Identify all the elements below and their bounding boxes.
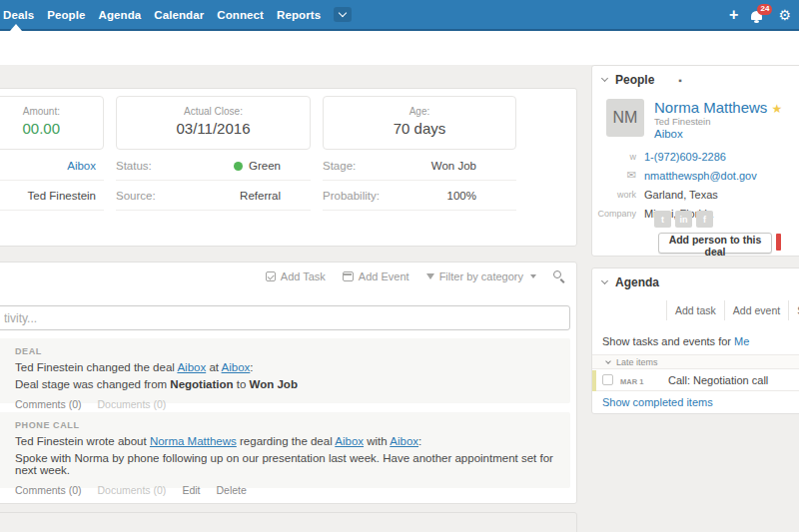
nav-right-icons: + 24 ⚙ [729,0,791,29]
activity-entry-deal: DEAL Ted Finestein changed the deal Aibo… [0,338,570,403]
entry-headline: Ted Finestein changed the deal Aibox at … [15,361,558,373]
show-tasks-for-text: Show tasks and events for Me [602,335,749,347]
nav-item-agenda[interactable]: Agenda [99,9,142,21]
notification-count-badge: 24 [757,4,772,15]
social-icons: t in f [654,211,713,228]
status-cell: Status: Green [116,151,311,181]
add-task-button[interactable]: Add Task [266,270,326,282]
stage-label: Stage: [323,160,356,172]
company-label: Company [592,209,644,219]
late-items-group[interactable]: Late items [592,354,799,369]
status-label: Status: [116,160,152,172]
deal-link[interactable]: Aibox [335,435,364,447]
agenda-actions: Add task Add event See all Tem [666,300,799,320]
stage-value: Won Job [431,160,476,172]
deal-summary-panel: Amount: 00.00 Actual Close: 03/11/2016 A… [0,88,577,247]
star-icon[interactable]: ★ [771,102,782,116]
facebook-icon[interactable]: f [696,211,713,228]
deal-link[interactable]: Aibox [177,361,206,373]
work-row: work Garland, Texas [592,185,799,204]
entry-type-label: PHONE CALL [15,420,558,430]
task-date: MAR 1 [620,377,643,386]
entry-body: Spoke with Norma by phone following up o… [15,452,558,476]
app-screen: Deals People Agenda Calendar Connect Rep… [0,0,799,532]
active-tab-caret [10,24,22,31]
me-filter-link[interactable]: Me [734,335,749,347]
phone-label: w [592,152,644,162]
email-link[interactable]: nmatthewsph@dot.gov [644,170,757,182]
entry-headline: Ted Finestein wrote about Norma Matthews… [15,435,558,447]
agenda-panel-header: Agenda [592,268,799,289]
age-card: Age: 70 days [323,96,516,150]
task-text[interactable]: Call: Negotiation call [668,374,768,386]
agenda-see-all-button[interactable]: See all [788,300,799,320]
work-label: work [592,190,644,200]
documents-link[interactable]: Documents (0) [98,398,167,410]
deal-company-link[interactable]: Aibox [67,160,96,172]
probability-cell: Probability: 100% [323,181,516,211]
phone-link[interactable]: 1-(972)609-2286 [644,151,726,163]
activity-input[interactable] [0,305,570,330]
nav-item-people[interactable]: People [47,9,85,21]
agenda-task-row[interactable]: MAR 1 Call: Negotiation call [592,370,799,391]
task-check-icon [266,271,276,281]
person-link[interactable]: Norma Matthews [150,435,237,447]
collapse-chevron-icon[interactable] [601,75,608,82]
age-label: Age: [324,106,515,117]
nav-more-chevron[interactable] [334,7,352,22]
avatar: NM [606,99,644,137]
chevron-down-icon [530,274,536,278]
nav-item-connect[interactable]: Connect [217,9,264,21]
source-value: Referral [240,190,281,202]
documents-link[interactable]: Documents (0) [98,484,167,496]
twitter-icon[interactable]: t [654,211,671,228]
deal-stat-cards: Amount: 00.00 Actual Close: 03/11/2016 A… [0,96,516,150]
linkedin-icon[interactable]: in [675,211,692,228]
filter-funnel-icon [426,273,434,279]
company-link[interactable]: Aibox [222,361,251,373]
add-new-icon[interactable]: + [729,7,738,23]
add-person-to-deal-button[interactable]: Add person to this deal [658,233,772,254]
people-panel-title: People [615,73,654,87]
deal-company-cell: Aibox [0,151,104,181]
notifications-bell-icon[interactable]: 24 [751,8,765,22]
settings-gear-icon[interactable]: ⚙ [778,8,791,22]
amount-label: Amount: [0,106,60,117]
source-cell: Source: Referral [116,181,311,211]
collapse-chevron-icon[interactable] [601,277,608,284]
comments-link[interactable]: Comments (0) [15,484,82,496]
age-value: 70 days [324,120,515,137]
nav-item-calendar[interactable]: Calendar [154,9,204,21]
search-icon[interactable] [553,270,565,282]
envelope-icon: ✉ [627,169,636,181]
delete-link[interactable]: Delete [216,484,246,496]
amount-value: 00.00 [0,120,60,137]
comments-link[interactable]: Comments (0) [15,398,82,410]
phone-row: w 1-(972)609-2286 [592,147,799,166]
agenda-add-event-button[interactable]: Add event [724,300,788,320]
calendar-icon [343,271,354,281]
work-value: Garland, Texas [644,189,718,201]
stage-cell: Stage: Won Job [323,151,516,181]
edit-link[interactable]: Edit [182,484,200,496]
company-link[interactable]: Aibox [390,435,418,447]
nav-item-deals[interactable]: Deals [3,9,34,21]
amount-card: Amount: 00.00 [0,96,104,150]
deal-owner-cell: Ted Finestein [0,181,104,211]
entry-type-label: DEAL [15,346,558,356]
entry-footer: Comments (0) Documents (0) [15,398,558,410]
agenda-add-task-button[interactable]: Add task [666,300,724,320]
status-green-dot-icon [234,162,243,171]
add-event-button[interactable]: Add Event [343,270,409,282]
deal-detail-rows: Aibox Status: Green Stage: Won Job Ted F… [0,151,571,211]
person-name-link[interactable]: Norma Matthews★ [654,99,782,116]
probability-value: 100% [447,190,476,202]
filter-by-category-dropdown[interactable]: Filter by category [426,270,536,282]
people-panel-header: People ▪ [592,66,799,87]
entry-body: Deal stage was changed from Negotiation … [15,378,558,390]
detail-row-2: Ted Finestein Source: Referral Probabili… [0,181,571,211]
deal-owner-value: Ted Finestein [28,190,96,202]
task-checkbox[interactable] [602,374,613,385]
nav-item-reports[interactable]: Reports [277,9,321,21]
panel-menu-dot-icon[interactable]: ▪ [678,75,682,86]
